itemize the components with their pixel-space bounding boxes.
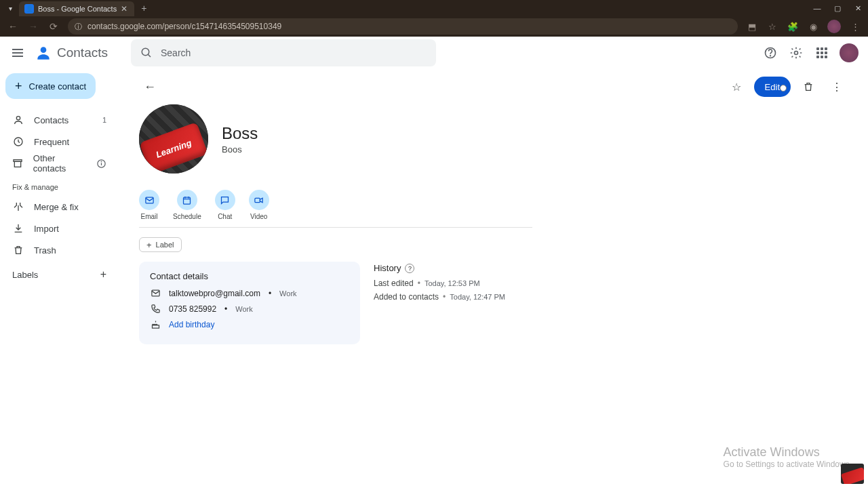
account-avatar[interactable]	[840, 43, 859, 62]
labels-heading: Labels	[12, 270, 38, 280]
video-icon	[249, 190, 269, 210]
avatar-image-text: Learning	[139, 122, 208, 174]
detail-email-row[interactable]: talktowebpro@gmail.com • Work	[150, 288, 349, 298]
detail-phone-row[interactable]: 0735 825992 • Work	[150, 304, 349, 314]
history-heading: History	[374, 263, 401, 273]
sidebar-item-other-contacts[interactable]: Other contacts	[5, 153, 113, 174]
browser-menu-icon[interactable]: ⋮	[849, 20, 861, 33]
quick-action-email[interactable]: Email	[139, 190, 159, 220]
more-menu-button[interactable]: ⋮	[826, 76, 848, 98]
window-close-icon[interactable]: ✕	[848, 0, 868, 16]
contact-subtitle: Boos	[222, 144, 258, 155]
settings-gear-icon[interactable]	[788, 45, 804, 61]
contacts-count: 1	[102, 116, 106, 124]
person-icon	[12, 115, 24, 125]
history-icon	[12, 136, 24, 147]
quick-action-video[interactable]: Video	[249, 190, 269, 220]
add-label-chip[interactable]: + Label	[139, 237, 182, 252]
back-button[interactable]: ←	[139, 76, 161, 98]
activate-windows-watermark: Activate Windows Go to Settings to activ…	[724, 445, 852, 469]
sidebar-item-contacts[interactable]: Contacts 1	[5, 110, 113, 130]
fix-manage-heading: Fix & manage	[5, 175, 113, 195]
phone-icon	[150, 304, 161, 314]
history-help-icon[interactable]: ?	[405, 264, 414, 273]
history-panel: History ? Last edited • Today, 12:53 PM …	[374, 262, 505, 344]
edit-button[interactable]: Edit	[754, 77, 791, 97]
svg-point-4	[770, 56, 771, 56]
sidebar-frequent-label: Frequent	[34, 137, 69, 147]
svg-point-1	[142, 48, 149, 56]
svg-point-6	[16, 117, 20, 120]
bookmark-star-icon[interactable]: ☆	[766, 20, 778, 33]
search-box[interactable]	[131, 39, 436, 66]
sidebar-contacts-label: Contacts	[34, 115, 68, 125]
extensions-icon[interactable]: 🧩	[787, 20, 799, 33]
quick-action-video-label: Video	[250, 213, 267, 220]
contact-details-card: Contact details talktowebpro@gmail.com •…	[139, 262, 360, 344]
history-last-edited-row: Last edited • Today, 12:53 PM	[374, 279, 505, 288]
tab-close-icon[interactable]: ✕	[121, 4, 129, 14]
search-icon	[140, 47, 153, 59]
contact-name: Boss	[222, 124, 258, 143]
extension-badge-icon[interactable]: ◉	[807, 20, 819, 33]
url-text: contacts.google.com/person/c154714635450…	[87, 22, 281, 31]
email-icon	[150, 288, 161, 298]
delete-button[interactable]	[797, 76, 819, 98]
edit-button-label: Edit	[765, 82, 780, 92]
app-title: Contacts	[57, 45, 108, 60]
add-label-button[interactable]: +	[100, 268, 106, 281]
info-icon[interactable]	[96, 159, 106, 169]
recording-thumbnail[interactable]	[841, 464, 864, 484]
create-contact-label: Create contact	[29, 81, 87, 92]
sidebar-item-merge-fix[interactable]: Merge & fix	[5, 197, 113, 217]
browser-profile-avatar[interactable]	[827, 20, 841, 33]
nav-reload-icon[interactable]: ⟳	[47, 20, 60, 33]
site-info-icon[interactable]: ⓘ	[75, 22, 82, 32]
cake-icon	[150, 319, 161, 329]
calendar-icon	[177, 190, 197, 210]
add-birthday-link[interactable]: Add birthday	[169, 320, 214, 329]
main-menu-icon[interactable]	[9, 45, 26, 61]
quick-action-schedule[interactable]: Schedule	[173, 190, 201, 220]
install-app-icon[interactable]: ⬒	[746, 20, 758, 33]
label-chip-text: Label	[156, 241, 174, 249]
quick-action-email-label: Email	[140, 213, 157, 220]
history-added-label: Added to contacts	[374, 292, 439, 302]
tabs-dropdown-icon[interactable]: ▾	[5, 3, 15, 13]
contact-avatar[interactable]: Learning	[139, 104, 208, 174]
history-added-row: Added to contacts • Today, 12:47 PM	[374, 292, 505, 302]
sidebar-item-frequent[interactable]: Frequent	[5, 131, 113, 152]
window-maximize-icon[interactable]: ▢	[827, 0, 848, 16]
address-bar[interactable]: ⓘ contacts.google.com/person/c1547146354…	[68, 18, 738, 35]
google-apps-icon[interactable]	[814, 45, 830, 61]
cursor-icon	[780, 85, 787, 92]
sidebar-item-import[interactable]: Import	[5, 218, 113, 239]
main-content: ← ☆ Edit ⋮ Learning Boss Boos	[119, 69, 868, 488]
detail-email-value: talktowebpro@gmail.com	[169, 289, 260, 298]
browser-tab[interactable]: 👤 Boss - Google Contacts ✕	[19, 1, 134, 16]
search-input[interactable]	[161, 47, 427, 58]
nav-back-icon[interactable]: ←	[7, 20, 19, 33]
archive-icon	[12, 158, 24, 169]
help-icon[interactable]	[762, 45, 778, 61]
quick-action-chat-label: Chat	[218, 213, 232, 220]
svg-line-2	[148, 54, 151, 57]
detail-birthday-row[interactable]: Add birthday	[150, 319, 349, 329]
star-button[interactable]: ☆	[726, 76, 747, 98]
svg-point-5	[795, 52, 798, 55]
sidebar-trash-label: Trash	[34, 245, 56, 256]
watermark-line2: Go to Settings to activate Windows.	[724, 460, 852, 469]
new-tab-button[interactable]: +	[141, 3, 146, 14]
quick-action-chat[interactable]: Chat	[215, 190, 235, 220]
history-last-edited-time: Today, 12:53 PM	[425, 279, 480, 287]
svg-rect-15	[255, 198, 260, 202]
window-minimize-icon[interactable]: —	[807, 0, 827, 16]
detail-phone-tag: Work	[235, 305, 252, 313]
detail-phone-value: 0735 825992	[169, 304, 216, 314]
contact-details-heading: Contact details	[150, 271, 349, 281]
svg-rect-9	[15, 161, 21, 167]
email-icon	[139, 190, 159, 210]
sidebar-item-trash[interactable]: Trash	[5, 240, 113, 260]
create-contact-button[interactable]: + Create contact	[5, 73, 96, 99]
contacts-logo-icon	[34, 43, 53, 62]
